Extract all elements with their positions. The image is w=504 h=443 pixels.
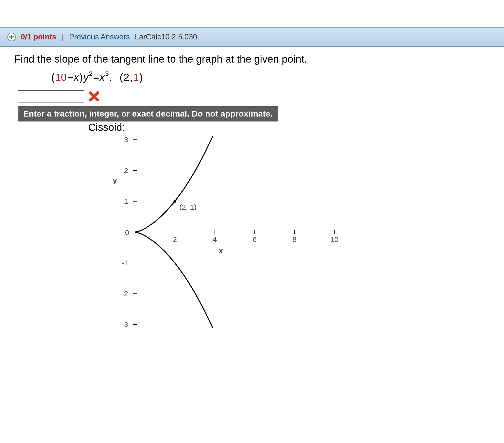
pt-x: 2	[124, 72, 129, 83]
svg-text:8: 8	[292, 235, 297, 243]
hint-tooltip: Enter a fraction, integer, or exact deci…	[18, 106, 278, 121]
equation: ( 10 − x ) y 2 = x 3 , ( 2 , 1 )	[51, 72, 504, 83]
question-header: 0/1 points | Previous Answers LarCalc10 …	[0, 27, 504, 47]
source-text: LarCalc10 2.5.030.	[135, 33, 199, 41]
svg-text:4: 4	[213, 235, 217, 243]
svg-text:10: 10	[330, 235, 339, 243]
eq-x1: x	[74, 72, 79, 83]
svg-text:1: 1	[124, 197, 128, 205]
svg-text:y: y	[113, 176, 117, 184]
answer-input[interactable]	[18, 90, 84, 103]
expand-icon[interactable]	[7, 33, 16, 41]
svg-text:2: 2	[173, 235, 177, 243]
eq-open: (	[51, 72, 55, 83]
svg-text:-3: -3	[122, 320, 128, 329]
question-body: Find the slope of the tangent line to th…	[0, 47, 504, 347]
eq-y-sup: 2	[89, 70, 92, 78]
svg-text:0: 0	[125, 228, 129, 237]
separator: |	[62, 33, 64, 41]
eq-x2: x	[100, 72, 105, 83]
wrong-icon	[89, 91, 100, 102]
svg-text:-2: -2	[122, 290, 128, 298]
equation-point: ( 2 , 1 )	[120, 72, 143, 83]
eq-x-sup: 3	[105, 70, 109, 78]
svg-text:3: 3	[124, 135, 128, 144]
svg-text:x: x	[219, 247, 223, 255]
eq-comma: ,	[109, 72, 112, 83]
points-text: 0/1 points	[21, 33, 56, 41]
pt-open: (	[120, 72, 123, 83]
svg-text:6: 6	[252, 235, 257, 243]
graph-title: Cissoid:	[88, 121, 504, 133]
prompt-text: Find the slope of the tangent line to th…	[14, 53, 504, 65]
equation-lhs-rhs: ( 10 − x ) y 2 = x 3 ,	[51, 72, 112, 83]
svg-text:2: 2	[124, 166, 128, 174]
eq-y: y	[83, 72, 89, 83]
eq-equals: =	[93, 72, 99, 83]
pt-y: 1	[133, 72, 139, 83]
svg-text:(2, 1): (2, 1)	[179, 203, 197, 211]
eq-const-10: 10	[55, 72, 67, 83]
eq-close1: )	[79, 72, 83, 83]
svg-text:-1: -1	[122, 259, 128, 267]
pt-close: )	[139, 72, 143, 83]
cissoid-chart: 0246810-3-2-1123yx(2, 1)	[106, 135, 504, 347]
pt-sep: ,	[130, 72, 133, 83]
answer-row	[18, 90, 504, 103]
eq-minus: −	[67, 72, 73, 83]
svg-point-29	[173, 200, 176, 203]
previous-answers-link[interactable]: Previous Answers	[69, 33, 130, 41]
